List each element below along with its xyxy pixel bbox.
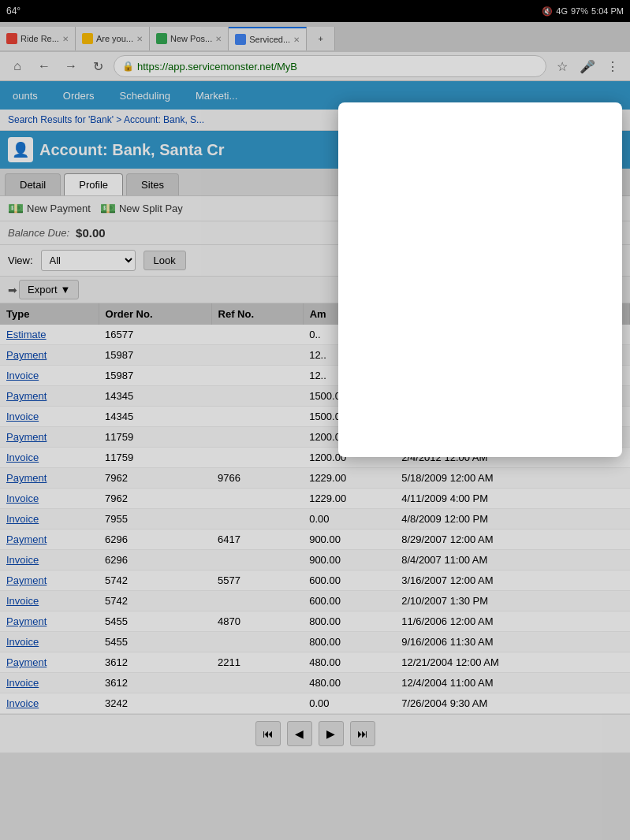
modal-box: [338, 102, 622, 457]
modal-overlay: [0, 0, 630, 840]
